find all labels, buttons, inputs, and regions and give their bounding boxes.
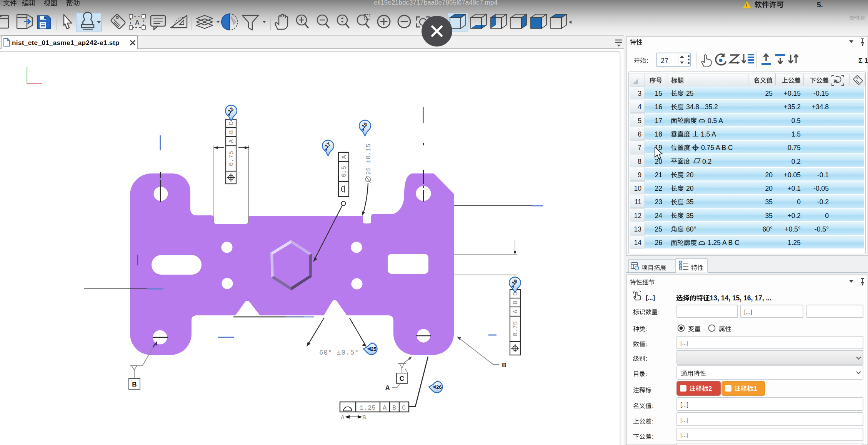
- svg-text:1.5: 1.5: [791, 130, 801, 138]
- svg-text:27: 27: [661, 57, 668, 65]
- svg-text:17: 17: [655, 117, 662, 125]
- svg-text:A: A: [340, 155, 348, 159]
- svg-text:A: A: [385, 384, 390, 392]
- svg-text:A: A: [383, 404, 387, 412]
- svg-text:25: 25: [371, 346, 376, 352]
- svg-text:20: 20: [765, 171, 773, 179]
- svg-text:34.8...35.2: 34.8...35.2: [686, 103, 718, 111]
- svg-text::: :: [658, 309, 660, 315]
- svg-text:35: 35: [765, 198, 773, 206]
- svg-text:20: 20: [686, 171, 694, 179]
- svg-text:0.75: 0.75: [788, 144, 801, 152]
- svg-text:A: A: [341, 414, 345, 421]
- svg-text:0.2: 0.2: [702, 158, 711, 165]
- svg-text::: :: [646, 57, 648, 64]
- svg-text:35: 35: [686, 212, 693, 220]
- svg-text:12: 12: [634, 212, 641, 220]
- svg-text::: :: [646, 371, 647, 377]
- svg-text:13: 13: [634, 225, 641, 233]
- svg-text:[...]: [...]: [680, 401, 688, 408]
- svg-text:10: 10: [634, 185, 642, 192]
- svg-text:[...]: [...]: [680, 340, 688, 346]
- svg-text:-0.1: -0.1: [817, 171, 829, 179]
- svg-text:20: 20: [686, 185, 694, 192]
- svg-text:B: B: [132, 381, 137, 388]
- svg-text:0.75: 0.75: [512, 321, 519, 337]
- svg-text:5: 5: [638, 117, 641, 125]
- svg-text:1.25: 1.25: [788, 239, 801, 247]
- svg-text:nist_ctc_01_asme1_ap242-e1.stp: nist_ctc_01_asme1_ap242-e1.stp: [12, 39, 119, 47]
- svg-text:B: B: [512, 300, 519, 304]
- svg-text:0.5 A: 0.5 A: [708, 117, 723, 125]
- svg-text:20: 20: [765, 185, 773, 192]
- svg-text:+0.1: +0.1: [787, 185, 801, 192]
- svg-text::: :: [652, 418, 653, 425]
- svg-text:[...]: [...]: [744, 308, 752, 315]
- svg-text:18: 18: [655, 130, 662, 138]
- svg-text:0.5: 0.5: [340, 166, 348, 177]
- svg-text:26: 26: [655, 239, 662, 247]
- svg-text:A: A: [512, 310, 519, 313]
- svg-text:[...]: [...]: [646, 295, 655, 301]
- svg-text:1.25 A B C: 1.25 A B C: [708, 239, 740, 247]
- svg-text:C: C: [402, 404, 406, 412]
- svg-text:+34.8: +34.8: [812, 103, 829, 111]
- svg-text:C: C: [228, 122, 235, 125]
- svg-text:25: 25: [655, 225, 662, 233]
- svg-text:+35.2: +35.2: [784, 103, 801, 111]
- svg-text:14: 14: [634, 239, 642, 247]
- svg-text:2: 2: [708, 385, 712, 392]
- svg-text:60°: 60°: [686, 225, 696, 233]
- svg-text:8: 8: [638, 158, 641, 165]
- svg-text::: :: [646, 341, 647, 347]
- svg-text:26: 26: [436, 384, 441, 390]
- svg-text:B: B: [502, 361, 506, 370]
- svg-text:0.2: 0.2: [791, 158, 801, 165]
- svg-text:-0.5°: -0.5°: [815, 225, 829, 233]
- svg-text:60° ±0.5°: 60° ±0.5°: [319, 349, 359, 357]
- svg-text:11: 11: [635, 198, 641, 206]
- svg-text:C: C: [400, 375, 404, 382]
- svg-text:+0.15: +0.15: [784, 90, 801, 97]
- svg-text:1.25: 1.25: [360, 404, 376, 412]
- svg-text:+0.05: +0.05: [784, 171, 801, 179]
- svg-text:Σ 1: Σ 1: [858, 57, 868, 65]
- svg-text:0: 0: [825, 212, 829, 220]
- svg-text:23: 23: [655, 198, 662, 206]
- svg-text:B: B: [392, 404, 396, 412]
- svg-text:21: 21: [655, 171, 662, 179]
- svg-text:-0.05: -0.05: [813, 185, 829, 192]
- svg-text:6: 6: [638, 130, 641, 138]
- svg-text:eii19e21bdc3717baa0e7865l67a48: eii19e21bdc3717baa0e7865l67a48c7.mp4: [374, 0, 497, 6]
- svg-text::: :: [646, 355, 647, 362]
- svg-text:+0.5°: +0.5°: [785, 225, 801, 233]
- svg-text:35: 35: [686, 198, 693, 206]
- svg-text:B: B: [228, 130, 235, 134]
- svg-text:[...]: [...]: [680, 417, 688, 423]
- svg-text:13, 14, 15, 16, 17, ...: 13, 14, 15, 16, 17, ...: [710, 294, 772, 302]
- svg-text:A: A: [135, 19, 140, 26]
- svg-text:9: 9: [638, 171, 641, 179]
- svg-text:5.: 5.: [817, 1, 823, 9]
- svg-text:-0.15: -0.15: [813, 90, 829, 97]
- svg-text:0.75: 0.75: [228, 151, 235, 166]
- svg-text:1: 1: [753, 385, 757, 392]
- svg-text:25 ±0.15: 25 ±0.15: [365, 143, 372, 175]
- svg-text:0.75 A B C: 0.75 A B C: [701, 144, 733, 152]
- svg-text:[...]: [...]: [680, 432, 688, 438]
- svg-text::: :: [652, 433, 653, 440]
- svg-text:0: 0: [797, 198, 801, 206]
- svg-text::: :: [652, 403, 653, 409]
- svg-text:4: 4: [638, 103, 641, 111]
- svg-text:25: 25: [765, 90, 773, 97]
- svg-text:-0.2: -0.2: [817, 198, 829, 206]
- svg-text:25: 25: [686, 90, 693, 97]
- svg-text:16: 16: [655, 103, 662, 111]
- svg-text:3: 3: [638, 90, 641, 97]
- svg-text:A: A: [228, 139, 235, 143]
- svg-text:B: B: [362, 414, 366, 421]
- svg-text:22: 22: [655, 185, 662, 192]
- svg-text:35: 35: [765, 212, 773, 220]
- svg-text:1.5 A: 1.5 A: [701, 130, 716, 138]
- svg-text:60°: 60°: [763, 225, 773, 233]
